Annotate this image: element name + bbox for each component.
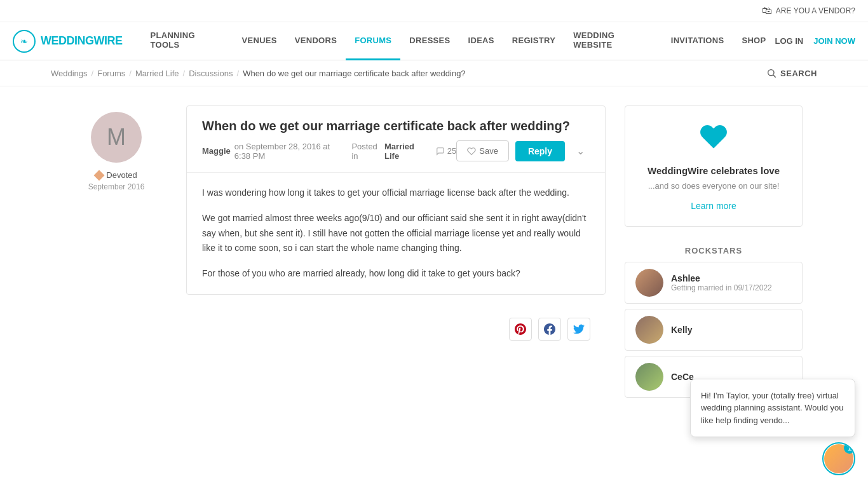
reply-button[interactable]: Reply: [515, 141, 565, 161]
share-row: [186, 308, 606, 351]
save-button[interactable]: Save: [456, 140, 509, 161]
learn-more-link[interactable]: Learn more: [638, 201, 789, 211]
main-nav: ❧ WEDDINGWIRE PLANNING TOOLS VENUES VEND…: [0, 22, 868, 60]
nav-wedding-website[interactable]: WEDDING WEBSITE: [564, 22, 662, 60]
rockstar-avatar-ashlee: [635, 269, 663, 297]
breadcrumb-sep-3: /: [183, 69, 186, 78]
comment-icon: [436, 147, 445, 156]
nav-links: PLANNING TOOLS VENUES VENDORS FORUMS DRE…: [142, 22, 775, 60]
logo-text: WEDDINGWIRE: [41, 34, 123, 48]
breadcrumb-weddings[interactable]: Weddings: [51, 69, 88, 78]
rockstar-date-ashlee: Getting married in 09/17/2022: [671, 283, 792, 292]
share-facebook-button[interactable]: [538, 318, 561, 341]
search-button[interactable]: SEARCH: [766, 68, 817, 78]
rockstar-item-kelly[interactable]: Kelly: [625, 309, 803, 351]
post-actions: Save Reply ⌄: [456, 140, 590, 162]
search-label: SEARCH: [780, 69, 817, 78]
pinterest-icon: [515, 323, 526, 335]
post-meta: Maggie on September 28, 2016 at 6:38 PM …: [202, 140, 590, 162]
logo-text-part1: WEDDING: [41, 34, 94, 47]
nav-auth: LOG IN JOIN NOW: [775, 36, 855, 46]
post-paragraph-2: We got married almost three weeks ago(9/…: [202, 211, 590, 256]
save-label: Save: [479, 146, 498, 156]
right-sidebar: WeddingWire celebrates love ...and so do…: [625, 105, 803, 403]
join-now-link[interactable]: JOIN NOW: [813, 36, 855, 46]
promo-card: WeddingWire celebrates love ...and so do…: [625, 105, 803, 227]
share-twitter-button[interactable]: [567, 318, 590, 341]
rockstar-avatar-cece: [635, 363, 663, 391]
breadcrumb-discussions[interactable]: Discussions: [189, 69, 233, 78]
breadcrumb-bar: Weddings / Forums / Married Life / Discu…: [0, 60, 868, 86]
post-title: When do we get our marriage certificate …: [202, 119, 590, 133]
breadcrumb: Weddings / Forums / Married Life / Discu…: [51, 69, 466, 78]
vendor-label: ARE YOU A VENDOR?: [776, 6, 855, 15]
comment-count: 25: [436, 146, 456, 156]
post-meta-left: Maggie on September 28, 2016 at 6:38 PM …: [202, 142, 456, 161]
heart-outline-icon: [467, 147, 476, 156]
vendor-bar: 🛍 ARE YOU A VENDOR?: [0, 0, 868, 22]
nav-invitations[interactable]: INVITATIONS: [662, 22, 733, 60]
search-icon: [766, 68, 776, 78]
share-pinterest-button[interactable]: [509, 318, 532, 341]
breadcrumb-married-life[interactable]: Married Life: [135, 69, 179, 78]
logo-text-part2: WIRE: [94, 34, 123, 47]
breadcrumb-current: When do we get our marriage certificate …: [243, 69, 465, 78]
post-author: Maggie: [202, 146, 231, 156]
rockstar-name-ashlee: Ashlee: [671, 273, 792, 283]
rockstar-avatar-kelly: [635, 316, 663, 344]
svg-point-0: [768, 70, 774, 76]
promo-heart-icon: [638, 121, 789, 158]
promo-subtitle: ...and so does everyone on our site!: [638, 181, 789, 191]
rockstar-info-kelly: Kelly: [671, 325, 792, 335]
chat-popup-text: Hi! I'm Taylor, your (totally free) virt…: [701, 391, 844, 423]
avatar: M: [91, 112, 142, 163]
nav-ideas[interactable]: IDEAS: [459, 22, 503, 60]
heart-icon: [698, 121, 729, 152]
svg-line-1: [773, 75, 776, 78]
nav-registry[interactable]: REGISTRY: [503, 22, 564, 60]
user-badge: Devoted: [95, 170, 137, 180]
comment-count-value: 25: [447, 146, 456, 156]
breadcrumb-sep-1: /: [92, 69, 94, 78]
post-card: When do we get our marriage certificate …: [186, 105, 606, 295]
breadcrumb-sep-2: /: [129, 69, 132, 78]
nav-vendors[interactable]: VENDORS: [286, 22, 346, 60]
rockstar-avatar-img-kelly: [635, 316, 663, 344]
main-area: When do we get our marriage certificate …: [186, 105, 606, 351]
rockstar-avatar-img-cece: [635, 363, 663, 391]
nav-venues[interactable]: VENUES: [233, 22, 286, 60]
badge-diamond-icon: [94, 170, 105, 180]
posted-in-label: Posted in: [351, 142, 382, 161]
post-header: When do we get our marriage certificate …: [187, 106, 605, 173]
promo-title: WeddingWire celebrates love: [638, 165, 789, 176]
login-link[interactable]: LOG IN: [775, 36, 803, 46]
post-paragraph-1: I was wondering how long it takes to get…: [202, 186, 590, 201]
vendor-link[interactable]: 🛍 ARE YOU A VENDOR?: [762, 5, 855, 17]
user-sidebar: M Devoted September 2016: [65, 105, 167, 191]
chat-popup: Hi! I'm Taylor, your (totally free) virt…: [690, 379, 855, 423]
logo-icon: ❧: [13, 30, 36, 53]
twitter-icon: [573, 323, 585, 335]
facebook-icon: [544, 323, 555, 335]
nav-planning-tools[interactable]: PLANNING TOOLS: [142, 22, 233, 60]
breadcrumb-forums[interactable]: Forums: [97, 69, 125, 78]
nav-forums[interactable]: FORUMS: [346, 22, 400, 60]
chevron-down-icon: ⌄: [576, 146, 585, 156]
post-paragraph-3: For those of you who are married already…: [202, 266, 590, 281]
user-badge-label: Devoted: [106, 170, 137, 180]
rockstars-title: ROCKSTARS: [625, 240, 803, 262]
nav-shop[interactable]: SHOP: [733, 22, 775, 60]
vendor-bag-icon: 🛍: [762, 5, 772, 17]
user-join-date: September 2016: [88, 182, 145, 191]
post-location: Posted in Married Life: [351, 142, 425, 161]
rockstar-info-ashlee: Ashlee Getting married in 09/17/2022: [671, 273, 792, 292]
rockstar-item-ashlee[interactable]: Ashlee Getting married in 09/17/2022: [625, 262, 803, 304]
logo[interactable]: ❧ WEDDINGWIRE: [13, 30, 123, 53]
post-body: I was wondering how long it takes to get…: [187, 173, 605, 294]
page-content: M Devoted September 2016 When do we get …: [53, 86, 815, 422]
nav-dresses[interactable]: DRESSES: [400, 22, 459, 60]
chevron-down-button[interactable]: ⌄: [571, 140, 590, 162]
rockstar-avatar-img-ashlee: [635, 269, 663, 297]
post-date: on September 28, 2016 at 6:38 PM: [234, 142, 348, 161]
post-category[interactable]: Married Life: [384, 142, 426, 161]
